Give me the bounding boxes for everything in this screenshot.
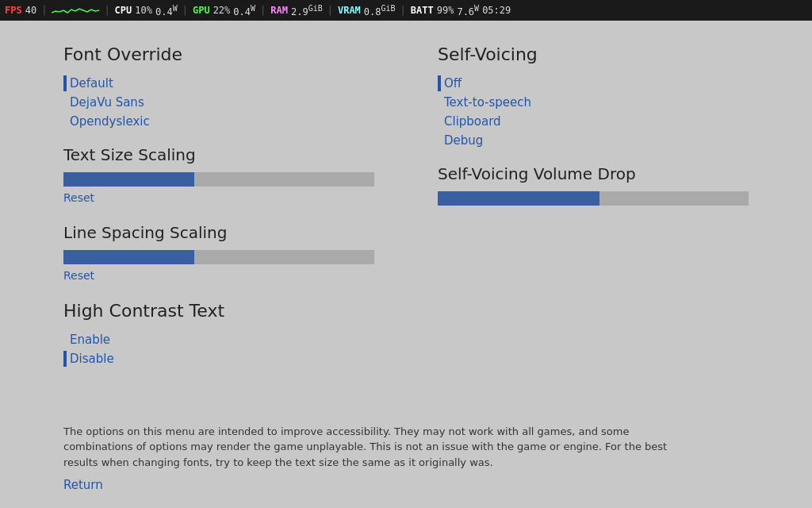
font-option-default[interactable]: Default: [63, 75, 374, 91]
voicing-options-list: Off Text-to-speech Clipboard Debug: [438, 75, 749, 148]
line-spacing-title: Line Spacing Scaling: [63, 223, 374, 242]
line-spacing-slider[interactable]: [63, 250, 374, 264]
volume-drop-title: Self-Voicing Volume Drop: [438, 164, 749, 183]
contrast-enable[interactable]: Enable: [63, 332, 374, 348]
volume-drop-section: Self-Voicing Volume Drop: [438, 164, 749, 206]
text-size-section: Text Size Scaling Reset: [63, 145, 374, 204]
hud-bar: FPS 40 | | CPU 10% 0.4W | GPU 22% 0.4W |…: [0, 0, 812, 21]
left-column: Font Override Default DejaVu Sans Opendy…: [63, 44, 406, 408]
batt-percent: 99%: [437, 5, 454, 16]
disclaimer-text: The options on this menu are intended to…: [63, 424, 682, 471]
cpu-percent: 10%: [135, 5, 152, 16]
cpu-watts: 0.4W: [155, 4, 178, 17]
batt-watts: 7.6W: [457, 4, 479, 17]
text-size-title: Text Size Scaling: [63, 145, 374, 164]
gpu-percent: 22%: [213, 5, 231, 16]
ram-label: RAM: [270, 5, 288, 16]
fps-value: 40: [25, 5, 36, 16]
high-contrast-title: High Contrast Text: [63, 301, 374, 321]
main-content: Font Override Default DejaVu Sans Opendy…: [0, 21, 812, 508]
voicing-tts[interactable]: Text-to-speech: [438, 94, 749, 110]
cpu-graph: [52, 5, 99, 16]
gpu-watts: 0.4W: [233, 4, 255, 17]
text-size-slider[interactable]: [63, 172, 374, 187]
text-size-reset[interactable]: Reset: [63, 191, 94, 204]
batt-label: BATT: [411, 5, 434, 16]
volume-drop-fill: [438, 191, 599, 206]
contrast-options-list: Enable Disable: [63, 332, 374, 367]
self-voicing-title: Self-Voicing: [438, 44, 749, 64]
bottom-section: The options on this menu are intended to…: [63, 416, 749, 493]
contrast-disable[interactable]: Disable: [63, 351, 374, 367]
font-option-opendyslexic[interactable]: Opendyslexic: [63, 114, 374, 129]
ram-value: 2.9GiB: [291, 4, 323, 17]
high-contrast-section: High Contrast Text Enable Disable: [63, 301, 374, 367]
cpu-label: CPU: [115, 5, 132, 16]
line-spacing-section: Line Spacing Scaling Reset: [63, 223, 374, 282]
text-size-fill: [63, 172, 194, 187]
line-spacing-reset[interactable]: Reset: [63, 269, 94, 282]
volume-drop-slider[interactable]: [438, 191, 749, 206]
font-options-list: Default DejaVu Sans Opendyslexic: [63, 75, 374, 129]
gpu-label: GPU: [193, 5, 210, 16]
voicing-clipboard[interactable]: Clipboard: [438, 114, 749, 129]
line-spacing-fill: [63, 250, 194, 264]
fps-label: FPS: [5, 5, 22, 16]
font-override-title: Font Override: [63, 44, 374, 64]
return-link[interactable]: Return: [63, 478, 103, 492]
vram-value: 0.8GiB: [364, 4, 396, 17]
voicing-off[interactable]: Off: [438, 75, 749, 91]
font-option-dejavusans[interactable]: DejaVu Sans: [63, 94, 374, 110]
voicing-debug[interactable]: Debug: [438, 133, 749, 148]
right-column: Self-Voicing Off Text-to-speech Clipboar…: [406, 44, 749, 408]
time-display: 05:29: [482, 5, 511, 16]
vram-label: VRAM: [338, 5, 361, 16]
